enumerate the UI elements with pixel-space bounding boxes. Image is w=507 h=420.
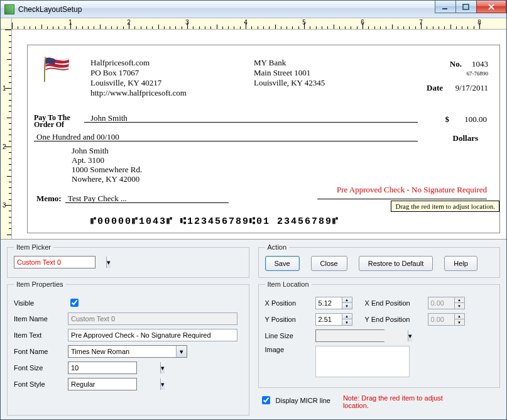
chevron-down-icon[interactable]: ▾	[160, 379, 165, 390]
x-end-spinner: ▲▼	[428, 297, 465, 309]
company-addr2: Louisville, KY 40217	[90, 78, 187, 88]
font-style-input[interactable]	[68, 379, 160, 390]
design-canvas[interactable]: Halfpricesoft.com PO Box 17067 Louisvill…	[12, 30, 506, 239]
font-size-combo[interactable]: ▾	[68, 362, 137, 374]
payee-line	[84, 122, 418, 123]
micr-options-row: Display MICR line Note: Drag the red ite…	[258, 390, 501, 416]
x-position-spinner[interactable]: ▲▼	[315, 297, 352, 309]
help-button[interactable]: Help	[444, 256, 477, 271]
titlebar[interactable]: CheckLayoutSetup	[1, 1, 506, 18]
ruler-horizontal: 12345678	[12, 18, 506, 30]
x-end-input	[428, 297, 454, 309]
item-location-group: Item Location X Position ▲▼ X End Positi…	[258, 280, 501, 388]
spin-up-icon[interactable]: ▲	[342, 297, 352, 303]
properties-panel: Item Picker ▾ Action Save Close Restore …	[1, 240, 506, 419]
chevron-down-icon[interactable]: ▾	[176, 346, 187, 357]
signature-line	[317, 199, 487, 199]
chevron-down-icon[interactable]: ▾	[160, 362, 165, 373]
font-size-label: Font Size	[14, 364, 68, 372]
spin-up-icon[interactable]: ▲	[342, 314, 352, 319]
line-size-combo: ▾	[315, 329, 384, 342]
bank-name: MY Bank	[254, 58, 325, 68]
item-properties-legend: Item Properties	[14, 280, 66, 288]
action-legend: Action	[265, 243, 290, 251]
y-end-spinner: ▲▼	[428, 313, 465, 326]
item-picker-group: Item Picker ▾	[7, 243, 249, 278]
font-name-combo[interactable]: ▾	[68, 345, 187, 358]
image-label: Image	[265, 346, 315, 353]
spin-down-icon: ▼	[455, 319, 464, 325]
x-end-label: X End Position	[365, 299, 428, 307]
y-position-label: Y Position	[265, 316, 315, 323]
chevron-down-icon: ▾	[408, 330, 412, 341]
item-text-field[interactable]	[68, 329, 237, 341]
ruler-vertical: 1234	[1, 30, 12, 239]
close-button[interactable]	[476, 1, 506, 13]
item-location-legend: Item Location	[265, 280, 312, 288]
date-value: 9/17/2011	[455, 83, 488, 93]
window-title: CheckLayoutSetup	[18, 5, 82, 14]
memo-line	[65, 202, 229, 203]
font-name-label: Font Name	[14, 348, 68, 355]
company-url: http://www.halfpricesoft.com	[90, 88, 187, 98]
item-text-label: Item Text	[14, 331, 68, 339]
fraction-code: 67-76890	[467, 70, 489, 77]
date-label: Date	[427, 83, 443, 93]
check-number: 1043	[472, 59, 488, 69]
app-window: CheckLayoutSetup 12345678 1234	[0, 0, 507, 420]
font-style-label: Font Style	[14, 380, 68, 388]
ruler-corner	[1, 18, 12, 30]
line-size-input	[316, 330, 408, 341]
app-icon	[4, 4, 14, 14]
item-name-label: Item Name	[14, 315, 68, 323]
signature-text[interactable]: Pre Approved Check - No Signature Requir…	[337, 185, 487, 195]
font-style-combo[interactable]: ▾	[68, 378, 137, 390]
memo-label: Memo:	[36, 194, 62, 204]
display-micr-checkbox[interactable]	[262, 396, 270, 404]
amount-words-line	[34, 141, 418, 141]
recipient-block: John Smith Apt. 3100 1000 Somewhere Rd. …	[72, 146, 142, 184]
line-size-label: Line Size	[265, 332, 315, 340]
y-position-spinner[interactable]: ▲▼	[315, 313, 352, 326]
action-group: Action Save Close Restore to Default Hel…	[258, 243, 501, 278]
check-preview[interactable]: Halfpricesoft.com PO Box 17067 Louisvill…	[27, 45, 500, 233]
svg-rect-0	[442, 8, 447, 9]
spin-up-icon: ▲	[455, 314, 464, 319]
y-position-input[interactable]	[315, 313, 342, 326]
dollars-label: Dollars	[453, 133, 478, 143]
checkno-label: No.	[450, 59, 462, 69]
bank-addr1: Main Street 1001	[254, 68, 325, 78]
spin-down-icon[interactable]: ▼	[342, 303, 352, 309]
design-canvas-area: 12345678 1234 Halfpricesoft.com	[1, 18, 506, 240]
y-end-label: Y End Position	[365, 316, 428, 323]
drag-note: Note: Drag the red item to adjust locati…	[343, 394, 456, 409]
drag-tooltip: Drag the red item to adjust location.	[391, 201, 499, 212]
visible-checkbox[interactable]	[70, 299, 79, 307]
image-preview-box	[315, 346, 410, 377]
font-size-input[interactable]	[68, 362, 160, 373]
visible-label: Visible	[14, 299, 68, 307]
font-name-input[interactable]	[68, 346, 176, 357]
company-block: Halfpricesoft.com PO Box 17067 Louisvill…	[90, 58, 187, 98]
flag-icon	[40, 57, 74, 83]
maximize-button[interactable]	[455, 1, 477, 13]
restore-default-button[interactable]: Restore to Default	[359, 256, 433, 271]
close-action-button[interactable]: Close	[311, 256, 347, 271]
item-picker-legend: Item Picker	[14, 243, 53, 251]
x-position-input[interactable]	[315, 297, 342, 309]
bank-block: MY Bank Main Street 1001 Louisville, KY …	[254, 58, 325, 88]
chevron-down-icon[interactable]: ▾	[106, 257, 111, 268]
micr-line: ⑈00000⑈1043⑈ ⑆123456789⑆01 23456789⑈	[90, 216, 339, 227]
display-micr-checkbox-label[interactable]: Display MICR line	[259, 394, 330, 406]
currency-symbol: $	[445, 114, 450, 124]
spin-down-icon[interactable]: ▼	[342, 319, 352, 325]
item-picker-input[interactable]	[14, 257, 106, 268]
spin-up-icon: ▲	[455, 297, 464, 303]
spin-down-icon: ▼	[455, 303, 464, 309]
company-addr1: PO Box 17067	[90, 68, 187, 78]
item-picker-combo[interactable]: ▾	[14, 256, 95, 268]
x-position-label: X Position	[265, 299, 315, 307]
minimize-button[interactable]	[435, 1, 456, 13]
amount-numeric: 100.00	[464, 114, 487, 124]
save-button[interactable]: Save	[265, 256, 300, 271]
